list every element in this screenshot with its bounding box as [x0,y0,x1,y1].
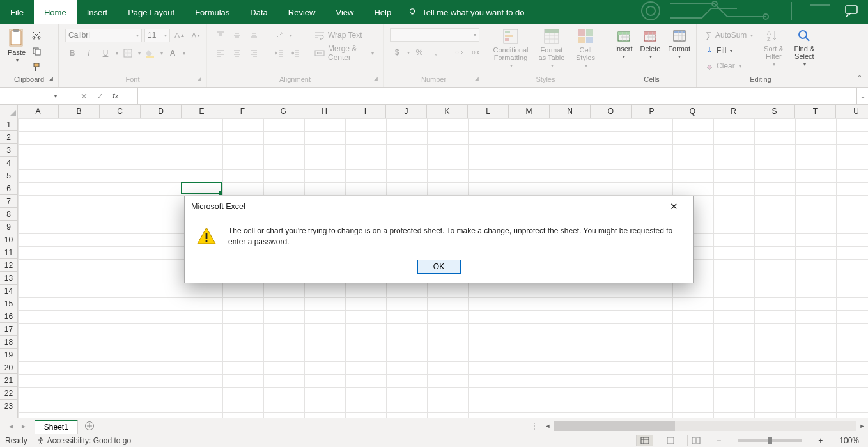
find-select-button[interactable]: Find & Select▾ [789,27,819,68]
decrease-decimal-button[interactable]: .00 [469,45,483,59]
column-header-C[interactable]: C [100,105,141,118]
column-header-K[interactable]: K [427,105,468,118]
copy-button[interactable] [29,44,43,58]
row-header-14[interactable]: 14 [0,285,17,297]
column-header-F[interactable]: F [222,105,263,118]
page-layout-view-button[interactable] [662,435,678,446]
normal-view-button[interactable] [636,435,653,446]
row-header-6[interactable]: 6 [0,182,17,195]
hscroll-track[interactable] [554,421,856,431]
font-size-combo[interactable]: 11▾ [144,29,170,42]
column-header-M[interactable]: M [509,105,550,118]
row-header-13[interactable]: 13 [0,272,17,285]
clipboard-launcher[interactable]: ◢ [49,75,53,82]
wrap-text-button[interactable]: Wrap Text [312,28,376,42]
sheet-nav-next[interactable]: ► [20,423,27,430]
column-header-L[interactable]: L [468,105,509,118]
comma-format-button[interactable]: , [429,45,443,59]
sort-filter-button[interactable]: AZSort & Filter▾ [758,27,789,68]
tab-help[interactable]: Help [364,0,401,24]
format-painter-button[interactable] [29,60,43,74]
tab-view[interactable]: View [325,0,364,24]
font-launcher[interactable]: ◢ [197,75,201,82]
alignment-launcher[interactable]: ◢ [373,75,378,82]
fill-button[interactable]: Fill▾ [703,43,756,58]
row-header-9[interactable]: 9 [0,221,17,233]
delete-cells-button[interactable]: Delete▾ [637,27,665,61]
page-break-view-button[interactable] [687,435,704,446]
orientation-button[interactable] [272,28,286,42]
enter-formula-button[interactable]: ✓ [97,91,104,101]
conditional-formatting-button[interactable]: Conditional Formatting▾ [488,27,533,70]
decrease-indent-button[interactable] [272,46,286,60]
grow-font-button[interactable]: A▲ [173,28,187,42]
comments-icon[interactable] [845,5,858,17]
row-header-7[interactable]: 7 [0,195,17,208]
bold-button[interactable]: B [65,46,79,60]
row-header-17[interactable]: 17 [0,323,17,336]
row-header-16[interactable]: 16 [0,310,17,323]
row-header-22[interactable]: 22 [0,387,17,400]
tell-me-search[interactable]: Tell me what you want to do [408,0,524,24]
increase-indent-button[interactable] [289,46,303,60]
fill-color-button[interactable] [143,46,157,60]
row-header-18[interactable]: 18 [0,336,17,349]
insert-cells-button[interactable]: Insert▾ [611,27,637,61]
scroll-left-button[interactable]: ◄ [542,420,554,432]
row-header-15[interactable]: 15 [0,297,17,310]
column-header-R[interactable]: R [713,105,754,118]
zoom-slider-knob[interactable] [768,437,772,444]
row-header-5[interactable]: 5 [0,169,17,182]
column-header-A[interactable]: A [18,105,59,118]
sheet-tab-1[interactable]: Sheet1 [35,420,78,434]
align-middle-button[interactable] [230,28,244,42]
insert-function-button[interactable]: fx [112,91,118,100]
dialog-ok-button[interactable]: OK [417,260,461,274]
borders-button[interactable] [121,46,135,60]
horizontal-scrollbar[interactable]: ◄ ► [542,418,868,434]
sheet-nav-prev[interactable]: ◄ [8,423,14,430]
increase-decimal-button[interactable]: .0 [452,45,466,59]
italic-button[interactable]: I [82,46,96,60]
align-center-button[interactable] [230,46,244,60]
name-box[interactable]: ▾ [0,88,61,104]
font-color-button[interactable]: A [166,46,180,60]
underline-button[interactable]: U [98,46,112,60]
column-header-D[interactable]: D [141,105,182,118]
row-header-11[interactable]: 11 [0,246,17,259]
column-header-N[interactable]: N [550,105,591,118]
column-header-T[interactable]: T [795,105,836,118]
tab-formulas[interactable]: Formulas [185,0,240,24]
column-header-E[interactable]: E [182,105,222,118]
row-header-8[interactable]: 8 [0,208,17,221]
tab-home[interactable]: Home [34,0,77,24]
zoom-slider[interactable] [738,439,802,442]
row-header-10[interactable]: 10 [0,233,17,246]
cell-styles-button[interactable]: Cell Styles▾ [570,27,601,70]
format-cells-button[interactable]: Format▾ [664,27,694,61]
align-right-button[interactable] [247,46,261,60]
shrink-font-button[interactable]: A▼ [189,28,203,42]
cancel-formula-button[interactable]: ✕ [81,91,88,101]
row-header-12[interactable]: 12 [0,259,17,272]
zoom-percent[interactable]: 100% [835,436,863,445]
row-header-20[interactable]: 20 [0,361,17,374]
select-all-button[interactable] [0,105,18,118]
status-accessibility[interactable]: Accessibility: Good to go [36,436,131,445]
dialog-close-button[interactable]: ✕ [661,201,686,212]
zoom-out-button[interactable]: − [713,436,725,445]
number-format-combo[interactable]: ▾ [390,28,479,42]
tab-data[interactable]: Data [240,0,277,24]
row-header-19[interactable]: 19 [0,349,17,361]
row-header-23[interactable]: 23 [0,400,17,412]
collapse-ribbon-button[interactable]: ˄ [858,74,862,83]
tab-review[interactable]: Review [278,0,326,24]
paste-button[interactable]: Paste▾ [4,27,29,65]
expand-formula-bar-button[interactable]: ⌄ [856,88,868,104]
autosum-button[interactable]: ∑AutoSum▾ [703,28,756,42]
format-as-table-button[interactable]: Format as Table▾ [533,27,570,70]
row-header-4[interactable]: 4 [0,157,17,169]
row-header-2[interactable]: 2 [0,131,17,144]
number-launcher[interactable]: ◢ [474,75,479,82]
column-header-B[interactable]: B [59,105,100,118]
